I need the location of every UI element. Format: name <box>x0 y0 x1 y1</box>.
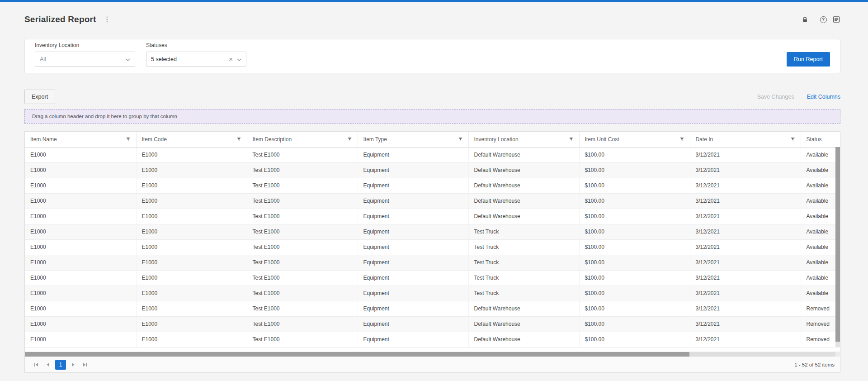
header-row: Item NameItem CodeItem DescriptionItem T… <box>25 132 840 147</box>
table-row[interactable]: E1000E1000Test E1000EquipmentDefault War… <box>25 301 840 316</box>
column-header-item-description[interactable]: Item Description <box>247 132 358 147</box>
toolbar-right: Save Changes Edit Columns <box>757 94 840 100</box>
table-cell: Test E1000 <box>247 270 358 286</box>
table-cell: E1000 <box>136 301 247 316</box>
first-page-button[interactable] <box>30 360 42 370</box>
vertical-scrollbar[interactable] <box>835 147 840 347</box>
table-cell: E1000 <box>136 224 247 239</box>
horizontal-scrollbar-thumb[interactable] <box>25 352 689 357</box>
statuses-value: 5 selected <box>151 56 177 62</box>
column-header-item-name[interactable]: Item Name <box>25 132 136 147</box>
last-page-button[interactable] <box>79 360 91 370</box>
filter-icon[interactable] <box>455 137 463 142</box>
table-cell: E1000 <box>25 286 136 301</box>
toolbar-row: Export Save Changes Edit Columns <box>24 89 840 104</box>
table-row[interactable]: E1000E1000Test E1000EquipmentDefault War… <box>25 316 840 332</box>
column-header-label: Item Unit Cost <box>585 136 677 143</box>
table-row[interactable]: E1000E1000Test E1000EquipmentDefault War… <box>25 147 840 162</box>
title-row: Serialized Report ⋮ ? <box>24 13 840 26</box>
table-cell: 3/12/2021 <box>690 147 801 162</box>
data-grid: Item NameItem CodeItem DescriptionItem T… <box>24 131 840 373</box>
table-cell: Available <box>801 193 840 209</box>
top-accent-bar <box>0 0 868 2</box>
filter-icon[interactable] <box>677 137 684 142</box>
help-icon[interactable]: ? <box>819 15 827 24</box>
column-header-inventory-location[interactable]: Inventory Location <box>468 132 579 147</box>
table-cell: Test E1000 <box>247 255 358 270</box>
table-cell: $100.00 <box>579 270 690 286</box>
pager-summary: 1 - 52 of 52 items <box>794 362 835 367</box>
table-cell: 3/12/2021 <box>690 162 801 178</box>
table-cell: Equipment <box>358 193 468 209</box>
filter-icon[interactable] <box>566 137 574 142</box>
table-cell: 3/12/2021 <box>690 239 801 255</box>
table-cell: Test Truck <box>468 224 579 239</box>
table-cell: 3/12/2021 <box>690 193 801 209</box>
lock-icon[interactable] <box>801 15 809 24</box>
table-cell: Equipment <box>358 286 468 301</box>
table-cell: Equipment <box>358 332 468 347</box>
group-by-hint: Drag a column header and drop it here to… <box>32 114 177 119</box>
table-cell: 3/12/2021 <box>690 255 801 270</box>
vertical-scrollbar-thumb[interactable] <box>835 147 840 342</box>
table-cell: E1000 <box>25 209 136 224</box>
table-row[interactable]: E1000E1000Test E1000EquipmentDefault War… <box>25 193 840 209</box>
table-cell: Available <box>801 270 840 286</box>
filter-icon[interactable] <box>788 137 795 142</box>
filter-icon[interactable] <box>123 137 131 142</box>
column-header-item-type[interactable]: Item Type <box>358 132 468 147</box>
save-changes-button[interactable]: Save Changes <box>757 94 794 100</box>
table-cell: E1000 <box>25 301 136 316</box>
table-cell: Equipment <box>358 162 468 178</box>
column-header-label: Item Name <box>30 136 123 143</box>
inventory-location-dropdown[interactable]: All <box>35 52 135 67</box>
page-title: Serialized Report <box>24 14 96 24</box>
table-row[interactable]: E1000E1000Test E1000EquipmentTest Truck$… <box>25 270 840 286</box>
table-cell: Equipment <box>358 239 468 255</box>
table-cell: E1000 <box>25 178 136 193</box>
page-number-button[interactable]: 1 <box>55 360 66 370</box>
column-header-label: Status <box>807 136 840 143</box>
table-cell: $100.00 <box>579 239 690 255</box>
table-row[interactable]: E1000E1000Test E1000EquipmentTest Truck$… <box>25 239 840 255</box>
export-button[interactable]: Export <box>24 90 55 104</box>
table-cell: Test E1000 <box>247 286 358 301</box>
edit-columns-link[interactable]: Edit Columns <box>807 94 840 100</box>
group-by-drop-zone[interactable]: Drag a column header and drop it here to… <box>24 109 840 124</box>
table-cell: $100.00 <box>579 224 690 239</box>
table-cell: E1000 <box>25 316 136 332</box>
inventory-location-value: All <box>40 56 46 62</box>
table-row[interactable]: E1000E1000Test E1000EquipmentTest Truck$… <box>25 224 840 239</box>
horizontal-scrollbar[interactable] <box>25 352 840 356</box>
next-page-button[interactable] <box>67 360 79 370</box>
kebab-menu-icon[interactable]: ⋮ <box>104 16 111 23</box>
table-row[interactable]: E1000E1000Test E1000EquipmentDefault War… <box>25 332 840 347</box>
table-cell: Equipment <box>358 255 468 270</box>
filter-icon[interactable] <box>344 137 352 142</box>
column-header-item-code[interactable]: Item Code <box>136 132 247 147</box>
table-cell: $100.00 <box>579 286 690 301</box>
table-cell: Equipment <box>358 147 468 162</box>
table-row[interactable]: E1000E1000Test E1000EquipmentDefault War… <box>25 178 840 193</box>
table-row[interactable]: E1000E1000Test E1000EquipmentDefault War… <box>25 209 840 224</box>
column-header-item-unit-cost[interactable]: Item Unit Cost <box>579 132 690 147</box>
run-report-button[interactable]: Run Report <box>787 52 830 67</box>
table-cell: E1000 <box>25 147 136 162</box>
table-cell: Removed <box>801 332 840 347</box>
previous-page-button[interactable] <box>42 360 54 370</box>
table-cell: 3/12/2021 <box>690 178 801 193</box>
table-cell: E1000 <box>136 286 247 301</box>
clear-selection-icon[interactable]: × <box>229 56 233 62</box>
list-icon[interactable] <box>832 15 840 24</box>
table-cell: E1000 <box>136 193 247 209</box>
statuses-multiselect[interactable]: 5 selected × <box>146 52 246 67</box>
table-row[interactable]: E1000E1000Test E1000EquipmentTest Truck$… <box>25 255 840 270</box>
table-row[interactable]: E1000E1000Test E1000EquipmentDefault War… <box>25 162 840 178</box>
table-cell: Equipment <box>358 178 468 193</box>
table-cell: Available <box>801 255 840 270</box>
table-row[interactable]: E1000E1000Test E1000EquipmentTest Truck$… <box>25 286 840 301</box>
chevron-down-icon <box>237 56 241 62</box>
column-header-date-in[interactable]: Date In <box>690 132 801 147</box>
filter-icon[interactable] <box>234 137 241 142</box>
column-header-status[interactable]: Status <box>801 132 840 147</box>
